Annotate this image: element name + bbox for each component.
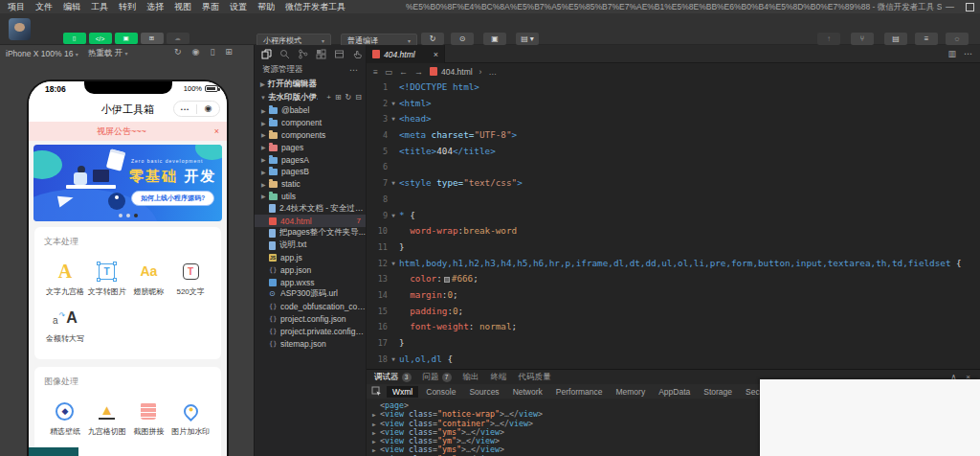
tool-翅膀昵称[interactable]: Aa翅膀昵称 <box>128 260 170 297</box>
tree-item-app.json[interactable]: {}app.json <box>255 263 366 276</box>
multi-window-icon[interactable]: ⊞ <box>225 47 233 57</box>
new-file-icon[interactable]: + <box>326 93 331 102</box>
fold-icon[interactable]: ▼ <box>388 96 399 112</box>
devtools-tab-Console[interactable]: Console <box>420 386 461 398</box>
new-folder-icon[interactable]: ⊞ <box>335 93 342 102</box>
devtools-tab-Network[interactable]: Network <box>507 386 548 398</box>
tool-九宫格切图[interactable]: ▲九宫格切图 <box>86 399 128 437</box>
code-line-4[interactable]: 4<meta charset="UTF-8"> <box>367 127 980 144</box>
collapse-all-icon[interactable]: ⊟ <box>355 93 362 102</box>
fold-icon[interactable]: ▼ <box>388 175 399 192</box>
device-frame-icon[interactable]: ▯ <box>210 47 214 57</box>
package-icon[interactable] <box>334 49 345 59</box>
menu-item-4[interactable]: 转到 <box>119 1 136 13</box>
menu-item-10[interactable]: 微信开发者工具 <box>285 1 345 13</box>
menu-item-2[interactable]: 编辑 <box>63 1 80 13</box>
debugger-tab-问题[interactable]: 问题7 <box>423 372 452 383</box>
tree-item-project.private.config.js...[interactable]: {}project.private.config.js... <box>255 325 366 337</box>
chevron-right-icon[interactable]: ▶ <box>372 420 380 428</box>
outline-icon[interactable]: ≡ <box>373 67 378 77</box>
menu-item-7[interactable]: 界面 <box>202 1 219 13</box>
tree-item-ASP300源码.url[interactable]: ⊙ASP300源码.url <box>255 288 366 301</box>
fold-icon[interactable]: ▼ <box>388 208 399 224</box>
code-line-3[interactable]: 3▼<head> <box>367 111 980 127</box>
back-icon[interactable]: ← <box>399 67 408 77</box>
capsule-close-button[interactable]: ◉ <box>197 102 219 116</box>
menu-item-1[interactable]: 文件 <box>35 1 53 13</box>
explorer-more-icon[interactable]: ⋯ <box>349 65 358 75</box>
code-line-15[interactable]: 15 padding:0; <box>367 304 980 320</box>
inspect-element-icon[interactable] <box>371 386 382 397</box>
code-line-18[interactable]: 18▼ul,ol,dl { <box>367 352 980 368</box>
tree-item-code_obfuscation_conf...[interactable]: {}code_obfuscation_conf... <box>255 301 366 313</box>
code-line-1[interactable]: 1<!DOCTYPE html> <box>367 80 980 96</box>
tree-item-component[interactable]: ▶component <box>255 117 366 129</box>
tree-item-404.html[interactable]: 404.html7 <box>255 215 366 227</box>
tree-item-sitemap.json[interactable]: {}sitemap.json <box>255 337 366 350</box>
menu-item-9[interactable]: 帮助 <box>257 1 275 13</box>
debugger-tab-调试器[interactable]: 调试器3 <box>374 372 412 383</box>
files-icon[interactable] <box>261 49 272 59</box>
fold-icon[interactable]: ▼ <box>388 352 399 368</box>
tree-item-2.4技术文档 - 安全过滤...[interactable]: 2.4技术文档 - 安全过滤... <box>255 202 366 215</box>
avatar[interactable] <box>9 18 31 40</box>
extensions-icon[interactable] <box>316 49 326 59</box>
phone-simulator[interactable]: 18:06 100% 小伊工具箱 ••• ◉ 视屏公告~~~ × <box>29 81 227 456</box>
menu-item-6[interactable]: 视图 <box>174 1 191 13</box>
banner-carousel[interactable]: Zero basic development 零基础 开发 如何上线小程序源码? <box>33 145 222 221</box>
devtools-tab-Performance[interactable]: Performance <box>550 386 609 398</box>
device-selector[interactable]: iPhone X 100% 16 ▾ <box>6 49 78 58</box>
chevron-right-icon[interactable]: ▶ <box>372 445 380 454</box>
fold-icon[interactable]: ▼ <box>388 256 399 272</box>
devtools-tab-Memory[interactable]: Memory <box>610 386 651 398</box>
tree-item-@babel[interactable]: ▶@babel <box>255 104 366 117</box>
code-line-12[interactable]: 12▼html,body,h1,h2,h3,h4,h5,h6,hr,p,ifra… <box>367 256 980 272</box>
tree-item-project.config.json[interactable]: {}project.config.json <box>255 313 366 326</box>
refresh-icon[interactable]: ↻ <box>345 93 352 102</box>
split-editor-icon[interactable]: ▥ <box>947 49 956 58</box>
tree-item-pages[interactable]: ▶pages <box>255 141 366 153</box>
carousel-dot-2[interactable] <box>134 214 138 217</box>
source-control-icon[interactable] <box>298 49 308 59</box>
restore-window-icon[interactable] <box>966 3 974 11</box>
hand-icon[interactable] <box>352 49 363 59</box>
devtools-tab-Wxml[interactable]: Wxml <box>387 386 418 398</box>
tree-item-app.js[interactable]: JSapp.js <box>255 252 366 264</box>
tool-文字转图片[interactable]: T文字转图片 <box>86 260 128 297</box>
minimize-button[interactable]: — <box>946 1 954 12</box>
tree-item-pagesA[interactable]: ▶pagesA <box>255 153 366 166</box>
tree-item-说明.txt[interactable]: 说明.txt <box>255 239 366 252</box>
code-line-6[interactable]: 6 <box>367 159 980 175</box>
capsule-more-button[interactable]: ••• <box>174 106 196 112</box>
debugger-tab-终端[interactable]: 终端 <box>491 372 507 383</box>
tool-精选壁纸[interactable]: ◆精选壁纸 <box>44 399 86 437</box>
open-editors-section[interactable]: ▶ 打开的编辑器 <box>255 78 366 90</box>
code-line-2[interactable]: 2▼<html> <box>367 96 980 112</box>
chevron-right-icon[interactable]: ▶ <box>372 410 380 419</box>
breadcrumb-more[interactable]: … <box>488 67 497 77</box>
search-icon[interactable] <box>279 49 290 59</box>
tree-item-components[interactable]: ▶components <box>255 129 366 142</box>
code-line-8[interactable]: 8 <box>367 192 980 208</box>
code-line-17[interactable]: 17} <box>367 335 980 352</box>
code-line-16[interactable]: 16 font-weight: normal; <box>367 319 980 335</box>
tree-item-utils[interactable]: ▶utils <box>255 191 366 203</box>
project-root-row[interactable]: ▼ 去水印版小伊... + ⊞ ↻ ⊟ <box>255 91 366 103</box>
tool-金额转大写[interactable]: a↷A金额转大写 <box>44 307 86 344</box>
tree-item-static[interactable]: ▶static <box>255 178 366 191</box>
debugger-tab-代码质量[interactable]: 代码质量 <box>519 372 551 383</box>
code-line-14[interactable]: 14 margin:0; <box>367 287 980 304</box>
devtools-tab-Storage[interactable]: Storage <box>698 386 738 398</box>
chevron-right-icon[interactable]: ▶ <box>372 428 380 437</box>
menu-item-5[interactable]: 选择 <box>146 1 164 13</box>
bookmark-icon[interactable]: ▭ <box>385 67 392 77</box>
close-tab-icon[interactable]: × <box>434 50 438 59</box>
code-line-7[interactable]: 7▼<style type="text/css"> <box>367 175 980 192</box>
tool-截图拼接[interactable]: 截图拼接 <box>128 399 170 437</box>
menu-item-3[interactable]: 工具 <box>91 1 108 13</box>
notice-close-icon[interactable]: × <box>214 126 219 136</box>
tool-文字九宫格[interactable]: A文字九宫格 <box>44 260 86 297</box>
code-line-13[interactable]: 13 color:#666; <box>367 271 980 287</box>
tree-item-pagesB[interactable]: ▶pagesB <box>255 166 366 178</box>
menu-item-0[interactable]: 项目 <box>8 1 25 13</box>
